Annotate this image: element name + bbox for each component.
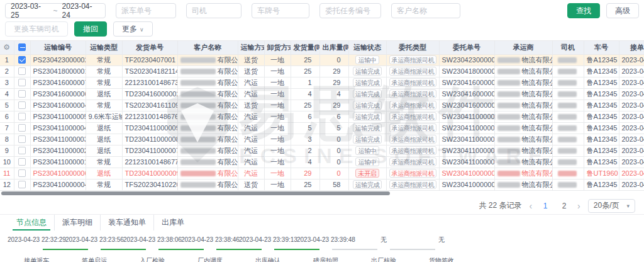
- driver-input[interactable]: [186, 3, 242, 18]
- row-checkbox[interactable]: [18, 101, 26, 109]
- column-header-transport_no: 运输编号: [30, 41, 86, 54]
- date-range-picker[interactable]: 2023-03-25 ~ 2023-04-24: [5, 3, 106, 18]
- row-checkbox[interactable]: [18, 147, 26, 154]
- unload_mode-cell: 一地: [264, 122, 291, 134]
- column-header-trans_mode: 运输方式: [238, 41, 264, 54]
- page-number-2[interactable]: 2: [558, 202, 570, 210]
- entrust-task-no-input[interactable]: [319, 3, 381, 18]
- status-badge: 运输完成: [353, 101, 382, 110]
- blurred-carrier-name: [497, 69, 520, 74]
- table-row[interactable]: 2PS230418000001常规TS202304182114有限公司送货一地2…: [0, 66, 644, 77]
- row-checkbox[interactable]: [18, 113, 26, 120]
- out_qty-cell: 0: [319, 134, 348, 145]
- table-row[interactable]: 4PS230416000006退纸TD230416000002有限公司汽运一地4…: [0, 88, 644, 100]
- entrust-type-badge: 承运商指派司机: [389, 135, 437, 144]
- entrust_no-cell: SW230411000004: [439, 122, 494, 134]
- date-end: 2023-04-24: [62, 2, 100, 20]
- type-cell: 常规: [86, 54, 122, 66]
- table-row[interactable]: 3PS230416000007常规22123100148673有限公司汽运一地1…: [0, 77, 644, 88]
- ship_qty-cell: 25: [291, 100, 319, 111]
- unload_mode-cell: 一地: [264, 54, 291, 66]
- table-row[interactable]: 12PS230410000004常规TFS202304102203有限公司送货一…: [0, 179, 644, 190]
- row-checkbox[interactable]: [18, 124, 26, 132]
- ship_no-cell: TS202304161109: [122, 100, 177, 111]
- blurred-driver-name: [558, 91, 577, 97]
- ship_no-cell: TFS202304102203: [122, 179, 177, 190]
- blurred-customer-name: [180, 159, 216, 165]
- entrust_no-cell: SW230411000006: [439, 111, 494, 122]
- tab-loading-notice[interactable]: 装车通知单: [100, 215, 153, 231]
- blurred-driver-name: [558, 171, 577, 176]
- date-separator: ~: [53, 6, 57, 15]
- select-all-checkbox[interactable]: [18, 43, 26, 51]
- row-checkbox[interactable]: [18, 79, 26, 86]
- table-row[interactable]: 7PS230411000004退纸TD230411000009有限公司汽运一地5…: [0, 122, 644, 134]
- timeline-node-time: 2023-04-23 23:39:48: [297, 236, 355, 244]
- plate-no-input[interactable]: [252, 3, 309, 18]
- status-badge: 运输完成: [353, 180, 382, 189]
- page-number-1[interactable]: 1: [540, 202, 551, 210]
- withdraw-button[interactable]: 撤回: [74, 21, 107, 37]
- unload_mode-cell: 一地: [264, 88, 291, 100]
- entrust_no-cell: SW230411000002: [439, 145, 494, 156]
- advanced-button[interactable]: 高级: [606, 3, 639, 18]
- row-checkbox[interactable]: [18, 181, 26, 188]
- ship_no-cell: 22123100148673: [122, 77, 177, 88]
- row-checkbox-cell: [14, 122, 30, 134]
- table-row[interactable]: 11PS230410000006退纸TD230410000009有限公司汽运一地…: [0, 168, 644, 179]
- prev-page-arrow-icon[interactable]: ‹: [529, 201, 532, 211]
- tab-outbound-order[interactable]: 出库单: [153, 215, 192, 231]
- ship_qty-cell: 25: [291, 179, 319, 190]
- unload_mode-cell: 一地: [264, 77, 291, 88]
- table-row[interactable]: 9PS230411000002退纸TD230411000007有限公司汽运一地2…: [0, 145, 644, 156]
- driver-cell: [552, 111, 584, 122]
- horizontal-scrollbar-thumb[interactable]: [1, 191, 390, 195]
- blurred-carrier-name: [497, 103, 520, 108]
- tab-dispatch-detail[interactable]: 派车明细: [54, 215, 100, 231]
- driver-cell: [552, 168, 584, 179]
- page-size-select[interactable]: 20条/页 ▾: [588, 199, 635, 213]
- row-checkbox[interactable]: [18, 135, 26, 143]
- blurred-carrier-name: [497, 148, 520, 154]
- customer-name-input[interactable]: [391, 3, 460, 18]
- search-button[interactable]: 查找: [567, 3, 600, 18]
- blurred-driver-name: [558, 148, 577, 154]
- ship_qty-cell: 25: [291, 66, 319, 77]
- timeline-node-time: 2023-04-23 23:38:06: [123, 236, 181, 244]
- out_qty-cell: 0: [319, 168, 348, 179]
- status-badge: 运输完成: [353, 67, 382, 76]
- change-vehicle-driver-button[interactable]: 更换车辆司机: [5, 21, 68, 37]
- table-row[interactable]: 1PS230423000002常规TF20230407001有限公司送货一地25…: [0, 54, 644, 66]
- row-checkbox[interactable]: [18, 158, 26, 166]
- dispatch-no-input[interactable]: [116, 3, 176, 18]
- entrust_no-cell: SW230416000009: [439, 77, 494, 88]
- carrier-cell: 物流有限公司: [494, 111, 552, 122]
- type-cell: 退纸: [86, 122, 122, 134]
- table-row[interactable]: 8PS230411000003退纸TD230411000008有限公司汽运一地3…: [0, 134, 644, 145]
- ship_qty-cell: 4: [291, 156, 319, 168]
- out_qty-cell: 0: [319, 156, 348, 168]
- row-index-cell: 2: [0, 66, 14, 77]
- row-checkbox[interactable]: [18, 56, 26, 64]
- ship_no-cell: 22123100148676: [122, 111, 177, 122]
- row-checkbox[interactable]: [18, 90, 26, 98]
- transport_no-cell: PS230411000001: [30, 156, 86, 168]
- carrier-cell: 物流有限公司: [494, 179, 552, 190]
- table-row[interactable]: 5PS230416000004常规TS202304161109有限公司送货一地2…: [0, 100, 644, 111]
- ship_qty-cell: 29: [291, 168, 319, 179]
- table-row[interactable]: 6PS2304110000059.6米车运输22123100148676有限公司…: [0, 111, 644, 122]
- column-header-carrier: 承运商: [494, 41, 552, 54]
- status-cell: 运输完成: [348, 111, 386, 122]
- truck_no-cell: 鲁UT1960: [584, 168, 619, 179]
- status-badge: 运输完成: [353, 78, 382, 87]
- table-row[interactable]: 10PS230411000001常规22123100148677有限公司汽运一地…: [0, 156, 644, 168]
- customer-cell: 有限公司: [177, 168, 238, 179]
- tab-node-info[interactable]: 节点信息: [9, 215, 54, 231]
- truck_no-cell: 鲁A12345: [584, 111, 619, 122]
- more-button[interactable]: 更多∨: [113, 21, 153, 37]
- row-checkbox[interactable]: [18, 169, 26, 177]
- row-checkbox[interactable]: [18, 67, 26, 75]
- next-page-arrow-icon[interactable]: ›: [577, 201, 580, 211]
- column-header-customer: 客户名称: [177, 41, 238, 54]
- gear-icon[interactable]: ⚙: [3, 43, 10, 52]
